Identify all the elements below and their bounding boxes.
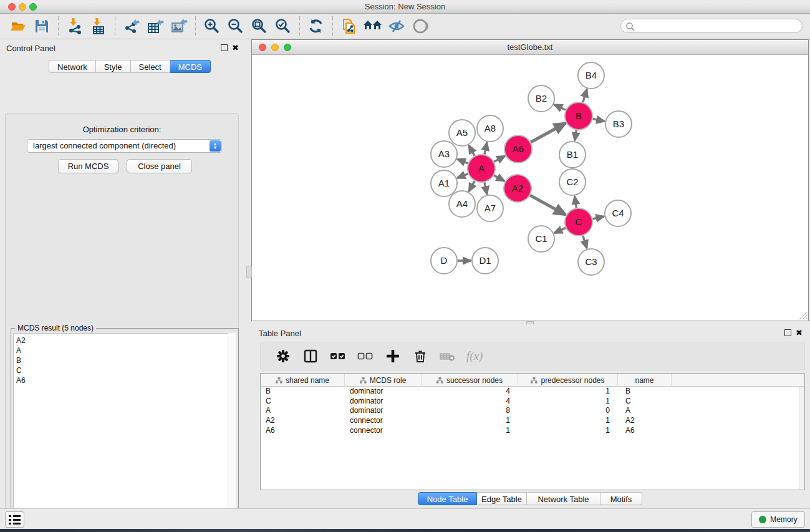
float-table-panel-icon[interactable]	[784, 329, 791, 336]
tab-network-table[interactable]: Network Table	[527, 492, 600, 505]
show-column-icon[interactable]	[301, 346, 321, 366]
close-panel-icon[interactable]: ✖	[232, 43, 239, 52]
graph-edge[interactable]	[457, 159, 468, 163]
optimization-criterion-select[interactable]: largest connected component (directed) ▲…	[27, 139, 222, 153]
column-header-predecessor-nodes[interactable]: predecessor nodes	[518, 374, 618, 387]
tab-style[interactable]: Style	[96, 60, 131, 73]
graph-edge[interactable]	[530, 195, 566, 215]
select-all-checkboxes-icon[interactable]	[328, 346, 348, 366]
open-file-icon[interactable]	[8, 16, 28, 36]
mcds-result-item[interactable]: C	[14, 365, 236, 375]
graph-node-A5[interactable]: A5	[449, 120, 475, 146]
graph-node-A[interactable]: A	[468, 155, 495, 182]
column-header-name[interactable]: name	[618, 374, 672, 387]
zoom-out-icon[interactable]	[226, 16, 246, 36]
task-history-button[interactable]	[5, 511, 24, 528]
mcds-list-scrollbar[interactable]	[228, 333, 236, 532]
graph-node-B1[interactable]: B1	[559, 142, 586, 168]
mcds-result-item[interactable]: A2	[14, 336, 236, 346]
zoom-fit-icon[interactable]	[249, 16, 269, 36]
clone-network-icon[interactable]	[339, 16, 359, 36]
export-table-icon[interactable]	[145, 16, 165, 36]
column-header-shared-name[interactable]: shared name	[261, 374, 345, 387]
tab-node-table[interactable]: Node Table	[418, 492, 477, 505]
run-mcds-button[interactable]: Run MCDS	[58, 159, 118, 173]
graph-edge[interactable]	[575, 196, 577, 208]
graph-node-A6[interactable]: A6	[504, 135, 532, 163]
graph-node-A1[interactable]: A1	[431, 170, 457, 196]
network-window-titlebar[interactable]: testGlobe.txt	[252, 40, 808, 55]
tab-select[interactable]: Select	[131, 60, 170, 73]
tab-mcds[interactable]: MCDS	[170, 60, 211, 73]
tab-network[interactable]: Network	[49, 60, 96, 73]
graph-edge[interactable]	[583, 236, 587, 248]
network-graph[interactable]: B4B2BB3A8A5A6A3B1AC2A1A2A4A7C4CC1C3DD1	[252, 55, 808, 321]
search-input[interactable]	[637, 20, 796, 32]
tab-motifs[interactable]: Motifs	[600, 492, 642, 505]
table-row[interactable]: Bdominator41B	[261, 387, 804, 397]
split-divider-handle-vertical[interactable]	[246, 266, 252, 278]
graph-node-A8[interactable]: A8	[477, 115, 503, 142]
graph-node-C2[interactable]: C2	[559, 169, 586, 195]
graph-edge[interactable]	[554, 228, 566, 233]
table-row[interactable]: A6connector11A6	[261, 426, 804, 436]
graph-edge[interactable]	[593, 119, 605, 122]
graph-node-A7[interactable]: A7	[477, 195, 503, 221]
graph-node-B4[interactable]: B4	[578, 62, 604, 89]
graph-edge[interactable]	[469, 181, 475, 191]
import-table-icon[interactable]	[89, 16, 108, 36]
graph-node-B[interactable]: B	[565, 102, 592, 130]
window-resize-grip[interactable]	[799, 312, 807, 319]
graph-node-A4[interactable]: A4	[449, 191, 475, 217]
zoom-selected-icon[interactable]	[273, 16, 293, 36]
table-row[interactable]: A2connector11A2	[261, 416, 804, 426]
mcds-result-item[interactable]: A	[14, 346, 236, 355]
column-header-mcds-role[interactable]: MCDS role	[345, 374, 422, 387]
table-scrollbar[interactable]	[799, 387, 804, 489]
graph-edge[interactable]	[592, 216, 604, 219]
eye-icon[interactable]	[410, 16, 430, 36]
graph-node-B3[interactable]: B3	[605, 111, 632, 137]
export-network-icon[interactable]	[122, 16, 142, 36]
close-table-panel-icon[interactable]: ✖	[796, 328, 803, 337]
graph-node-C3[interactable]: C3	[578, 249, 604, 275]
graph-node-D[interactable]: D	[431, 248, 457, 274]
node-table[interactable]: shared name MCDS role successor nodes pr…	[260, 373, 805, 490]
apply-layout-icon[interactable]	[306, 16, 326, 36]
eye-slash-icon[interactable]	[387, 16, 407, 36]
import-network-icon[interactable]	[65, 16, 85, 36]
graph-edge[interactable]	[485, 142, 487, 154]
settings-gear-icon[interactable]	[273, 346, 293, 366]
add-column-icon[interactable]	[383, 346, 403, 366]
table-row[interactable]: Cdominator41C	[261, 397, 804, 407]
zoom-in-icon[interactable]	[202, 16, 222, 36]
graph-node-A3[interactable]: A3	[431, 141, 457, 167]
graph-edge[interactable]	[531, 123, 566, 142]
deselect-all-checkboxes-icon[interactable]	[355, 346, 375, 366]
graph-edge[interactable]	[494, 156, 504, 162]
close-panel-button[interactable]: Close panel	[127, 159, 192, 173]
graph-node-A2[interactable]: A2	[504, 175, 531, 202]
houses-icon[interactable]	[363, 16, 383, 36]
column-header-successor-nodes[interactable]: successor nodes	[422, 374, 518, 387]
graph-node-C[interactable]: C	[565, 208, 592, 236]
save-session-icon[interactable]	[32, 16, 52, 36]
graph-node-D1[interactable]: D1	[472, 248, 498, 274]
graph-node-C1[interactable]: C1	[528, 226, 554, 252]
graph-edge[interactable]	[457, 174, 468, 178]
table-row[interactable]: Adominator80A	[261, 406, 804, 416]
graph-edge[interactable]	[485, 182, 487, 194]
graph-edge[interactable]	[554, 105, 566, 110]
float-panel-icon[interactable]	[221, 44, 228, 51]
graph-node-B2[interactable]: B2	[528, 85, 554, 112]
export-image-icon[interactable]	[169, 16, 189, 36]
tab-edge-table[interactable]: Edge Table	[477, 492, 527, 505]
graph-edge[interactable]	[494, 175, 504, 181]
memory-button[interactable]: Memory	[751, 511, 805, 528]
mcds-result-list[interactable]: A2ABCA6	[13, 333, 236, 532]
graph-edge[interactable]	[469, 145, 475, 156]
delete-column-icon[interactable]	[410, 346, 430, 366]
mcds-result-item[interactable]: B	[14, 355, 236, 365]
mcds-result-item[interactable]: A6	[14, 375, 236, 385]
graph-edge[interactable]	[583, 89, 587, 102]
